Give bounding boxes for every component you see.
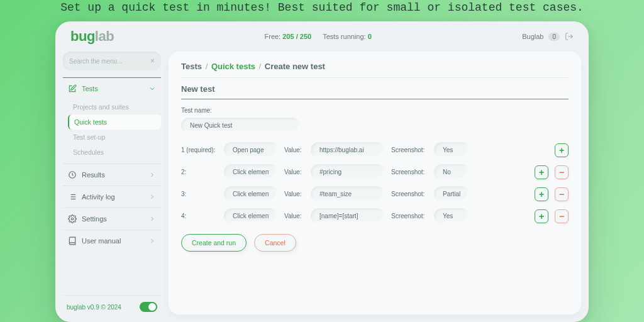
user-name[interactable]: Buglab xyxy=(522,33,543,40)
logo[interactable]: buglab xyxy=(70,28,114,45)
chevron-down-icon xyxy=(148,85,156,92)
step-screenshot-input[interactable] xyxy=(434,208,469,224)
menu-label-settings: Settings xyxy=(82,215,107,223)
sidebar-item-quick-tests[interactable]: Quick tests xyxy=(68,114,161,130)
theme-toggle[interactable] xyxy=(140,302,157,312)
user-count-badge: 0 xyxy=(548,33,560,41)
remove-step-button[interactable]: − xyxy=(555,209,569,223)
header-stats: Free: 205 / 250 Tests running: 0 xyxy=(114,33,522,40)
edit-icon xyxy=(68,84,77,93)
app-window: buglab Free: 205 / 250 Tests running: 0 … xyxy=(55,21,589,322)
panel-title: New test xyxy=(181,77,569,99)
book-icon xyxy=(68,236,77,245)
breadcrumb: Tests / Quick tests / Create new test xyxy=(181,62,569,71)
sidebar-item-test-setup[interactable]: Test set-up xyxy=(68,130,161,145)
menu-label-activity: Activity log xyxy=(82,193,115,201)
step-value-input[interactable] xyxy=(311,186,385,202)
step-row: 2:Value:Screenshot:+− xyxy=(181,164,569,180)
free-counter: Free: 205 / 250 xyxy=(265,33,312,40)
menu-item-results[interactable]: Results xyxy=(63,164,161,186)
step-value-input[interactable] xyxy=(311,164,385,180)
screenshot-label: Screenshot: xyxy=(391,191,428,197)
step-index: 3: xyxy=(181,191,218,197)
step-screenshot-input[interactable] xyxy=(434,142,469,158)
list-icon xyxy=(68,192,77,201)
step-screenshot-input[interactable] xyxy=(434,164,469,180)
menu-label-results: Results xyxy=(82,171,105,179)
add-step-button[interactable]: + xyxy=(535,165,548,179)
chevron-right-icon xyxy=(148,193,156,201)
step-row: 3:Value:Screenshot:+− xyxy=(181,186,569,202)
screenshot-label: Screenshot: xyxy=(391,147,428,153)
svg-point-8 xyxy=(71,218,74,220)
screenshot-label: Screenshot: xyxy=(391,213,428,219)
dashboard-icon xyxy=(68,170,77,179)
breadcrumb-quick-tests[interactable]: Quick tests xyxy=(211,62,255,71)
menu-label-manual: User manual xyxy=(82,237,121,245)
step-screenshot-input[interactable] xyxy=(434,186,469,202)
step-index: 2: xyxy=(181,169,218,175)
step-action-input[interactable] xyxy=(224,142,278,158)
chevron-right-icon xyxy=(148,215,156,223)
remove-step-button[interactable]: − xyxy=(555,187,569,201)
chevron-right-icon xyxy=(148,171,156,179)
gear-icon xyxy=(68,214,77,223)
sidebar-item-projects[interactable]: Projects and suites xyxy=(68,99,161,114)
step-row: 1 (required):Value:Screenshot:+ xyxy=(181,142,569,158)
search-clear-icon[interactable]: × xyxy=(150,57,155,65)
step-row: 4:Value:Screenshot:+− xyxy=(181,208,569,224)
search-input[interactable] xyxy=(69,58,150,65)
logo-part2: lab xyxy=(95,28,114,45)
remove-step-button[interactable]: − xyxy=(555,165,569,179)
cancel-button[interactable]: Cancel xyxy=(254,234,296,252)
chevron-right-icon xyxy=(148,237,156,245)
menu-item-settings[interactable]: Settings xyxy=(63,208,161,230)
app-header: buglab Free: 205 / 250 Tests running: 0 … xyxy=(55,21,589,52)
step-value-input[interactable] xyxy=(311,208,385,224)
value-label: Value: xyxy=(284,169,304,175)
add-step-button[interactable]: + xyxy=(535,209,548,223)
test-name-label: Test name: xyxy=(181,107,569,114)
value-label: Value: xyxy=(284,147,304,153)
value-label: Value: xyxy=(284,191,304,197)
screenshot-label: Screenshot: xyxy=(391,169,428,175)
breadcrumb-tests[interactable]: Tests xyxy=(181,62,202,71)
sidebar-item-schedules[interactable]: Schedules xyxy=(68,145,161,160)
add-step-button[interactable]: + xyxy=(555,143,569,157)
logo-part1: bug xyxy=(70,28,95,45)
page-tagline: Set up a quick test in minutes! Best sui… xyxy=(60,0,584,21)
test-name-input[interactable] xyxy=(181,118,301,133)
menu: Tests Projects and suites Quick tests Te… xyxy=(63,77,161,295)
step-action-input[interactable] xyxy=(224,208,278,224)
menu-item-tests[interactable]: Tests xyxy=(63,77,161,99)
value-label: Value: xyxy=(284,213,304,219)
exit-icon[interactable] xyxy=(565,32,574,41)
menu-item-manual[interactable]: User manual xyxy=(63,230,161,252)
step-action-input[interactable] xyxy=(224,164,278,180)
add-step-button[interactable]: + xyxy=(535,187,548,201)
step-value-input[interactable] xyxy=(311,142,385,158)
step-index: 4: xyxy=(181,213,218,219)
menu-search[interactable]: × xyxy=(63,52,161,70)
menu-item-activity[interactable]: Activity log xyxy=(63,186,161,208)
breadcrumb-create: Create new test xyxy=(265,62,325,71)
sidebar: × Tests Projects and suites Quick tests … xyxy=(63,52,161,314)
content-panel: Tests / Quick tests / Create new test Ne… xyxy=(169,52,581,314)
step-action-input[interactable] xyxy=(224,186,278,202)
step-index: 1 (required): xyxy=(181,147,218,153)
sidebar-footer: buglab v0.9 © 2024 xyxy=(63,295,161,314)
create-and-run-button[interactable]: Create and run xyxy=(181,234,247,252)
running-counter: Tests running: 0 xyxy=(323,33,372,40)
version-text: buglab v0.9 © 2024 xyxy=(67,304,121,311)
menu-label-tests: Tests xyxy=(82,85,98,92)
